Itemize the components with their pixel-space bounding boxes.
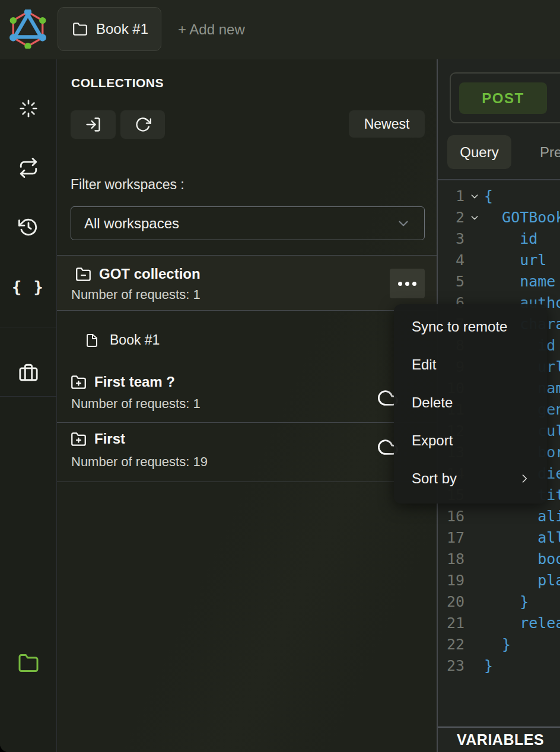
line-number: 3	[438, 228, 464, 250]
collection-row-first[interactable]: First Number of requests: 19	[57, 423, 437, 482]
variables-label: VARIABLES	[457, 731, 544, 748]
editor-line[interactable]: 3 id	[438, 228, 560, 250]
row-separator	[57, 482, 437, 482]
context-menu-item[interactable]: Sort by	[394, 460, 547, 498]
editor-line[interactable]: 17 allegiances	[438, 527, 560, 549]
tab-pre-request[interactable]: Pre	[540, 135, 560, 169]
editor-line[interactable]: 20 }	[438, 591, 560, 613]
code-text: id	[484, 228, 537, 250]
fold-chevron-icon[interactable]	[464, 613, 484, 634]
code-text: allegiances	[484, 527, 560, 549]
altair-logo-icon[interactable]	[8, 9, 47, 49]
add-new-tab-button[interactable]: + Add new	[178, 0, 245, 59]
tab-label: Book #1	[96, 21, 148, 37]
fold-chevron-icon[interactable]	[464, 549, 484, 570]
editor-line[interactable]: 23 }	[438, 655, 560, 677]
editor-line[interactable]: 22 }	[438, 634, 560, 655]
fold-chevron-icon[interactable]	[464, 250, 484, 271]
sidebar-divider	[0, 396, 57, 397]
fold-chevron-icon[interactable]	[464, 634, 484, 655]
import-collection-button[interactable]	[71, 110, 116, 139]
editor-line[interactable]: 18 books	[438, 549, 560, 570]
collections-title: COLLECTIONS	[71, 76, 164, 90]
code-text: name	[484, 271, 555, 292]
folder-plus-icon	[71, 431, 87, 447]
history-icon[interactable]	[18, 217, 39, 237]
folder-minus-icon	[75, 266, 91, 282]
editor-line[interactable]: 4 url	[438, 250, 560, 271]
sort-newest-button[interactable]: Newest	[349, 110, 425, 138]
loader-spinner-icon[interactable]	[19, 99, 38, 118]
collections-folder-icon-active[interactable]	[18, 652, 39, 674]
code-text: GOTBooks {	[484, 207, 560, 228]
filter-workspaces-label: Filter workspaces :	[71, 177, 184, 193]
line-number: 21	[438, 613, 464, 634]
line-number: 16	[438, 506, 464, 527]
editor-line[interactable]: 16 aliases	[438, 506, 560, 527]
file-icon	[85, 333, 99, 348]
code-text: books	[484, 549, 560, 570]
tab-query[interactable]: Query	[447, 135, 511, 169]
editor-line[interactable]: 19 playedBy	[438, 570, 560, 591]
request-row-book1[interactable]: Book #1	[57, 311, 437, 369]
context-menu-item[interactable]: Export	[394, 422, 547, 460]
context-menu-item[interactable]: Edit	[394, 346, 547, 384]
collections-panel: COLLECTIONS Newest Filter workspaces : A…	[57, 59, 437, 752]
code-text: }	[484, 634, 511, 655]
context-menu-item-label: Sort by	[412, 470, 457, 487]
repeat-icon[interactable]	[18, 158, 39, 178]
braces-docs-icon[interactable]: { }	[12, 278, 44, 296]
collection-title: First team ?	[94, 374, 175, 390]
context-menu-item-label: Delete	[412, 394, 453, 411]
fold-chevron-icon[interactable]	[464, 655, 484, 677]
editor-line[interactable]: 2 GOTBooks {	[438, 207, 560, 228]
context-menu-item[interactable]: Delete	[394, 384, 547, 422]
line-number: 23	[438, 655, 464, 677]
editor-line[interactable]: 21 released	[438, 613, 560, 634]
fold-chevron-icon[interactable]	[464, 228, 484, 250]
code-text: }	[484, 655, 493, 677]
line-number: 18	[438, 549, 464, 570]
ellipsis-icon	[398, 282, 402, 286]
left-sidebar: { }	[0, 59, 57, 752]
editor-line[interactable]: 1 {	[438, 186, 560, 207]
variables-bar[interactable]: VARIABLES	[438, 726, 560, 752]
sync-refresh-icon	[135, 116, 151, 133]
tab-query-label: Query	[460, 144, 498, 161]
chevron-right-icon	[518, 473, 530, 485]
workspace-select-value: All workspaces	[84, 215, 179, 232]
editor-line[interactable]: 5 name	[438, 271, 560, 292]
line-number: 5	[438, 271, 464, 292]
fold-chevron-icon[interactable]	[464, 591, 484, 613]
fold-chevron-icon[interactable]	[464, 570, 484, 591]
workspace-select[interactable]: All workspaces	[71, 206, 425, 240]
collection-more-button[interactable]	[390, 269, 425, 298]
folder-icon	[72, 21, 88, 37]
collection-title: GOT collection	[99, 266, 201, 282]
collection-row-first-team[interactable]: First team ? Number of requests: 1	[57, 369, 437, 422]
fold-chevron-icon[interactable]	[464, 527, 484, 549]
chevron-down-icon	[396, 216, 411, 231]
http-method-button[interactable]: POST	[459, 82, 547, 114]
context-menu-item[interactable]: Sync to remote	[394, 308, 547, 346]
context-menu-item-label: Sync to remote	[412, 318, 507, 335]
request-label: Book #1	[110, 332, 160, 348]
collection-request-count: Number of requests: 19	[71, 454, 208, 470]
fold-chevron-icon[interactable]	[464, 506, 484, 527]
window-tab-book1[interactable]: Book #1	[58, 7, 161, 51]
fold-chevron-icon[interactable]	[464, 271, 484, 292]
line-number: 19	[438, 570, 464, 591]
briefcase-icon[interactable]	[18, 362, 39, 383]
collection-request-count: Number of requests: 1	[71, 396, 201, 412]
code-text: released	[484, 613, 560, 634]
line-number: 4	[438, 250, 464, 271]
line-number: 22	[438, 634, 464, 655]
collection-context-menu: Sync to remote Edit Delete Export Sort b…	[394, 304, 547, 504]
top-bar: Book #1 + Add new	[0, 0, 560, 60]
collection-row-got[interactable]: GOT collection Number of requests: 1	[57, 256, 437, 310]
fold-chevron-icon[interactable]	[464, 207, 484, 228]
editor-divider	[438, 179, 560, 180]
tab-pre-label: Pre	[540, 144, 560, 161]
fold-chevron-icon[interactable]	[464, 186, 484, 207]
sync-collections-button[interactable]	[120, 110, 165, 139]
